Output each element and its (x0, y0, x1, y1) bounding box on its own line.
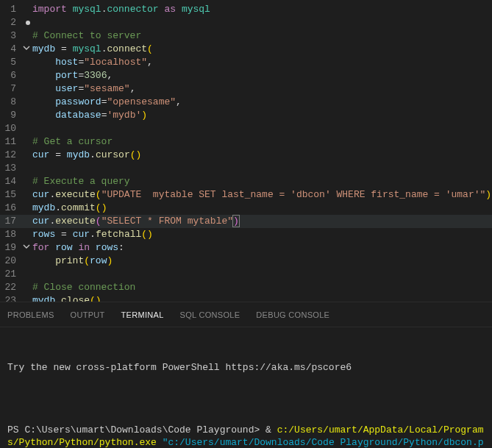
panel-tab-debug-console[interactable]: DEBUG CONSOLE (256, 310, 329, 319)
code-content[interactable]: mydb.close() (32, 294, 492, 302)
line-number: 17 (0, 215, 21, 228)
fold-gutter (21, 281, 32, 294)
terminal-prompt: PS C:\Users\umart\Downloads\Code Playgro… (7, 424, 277, 435)
line-number: 7 (0, 82, 21, 96)
code-content[interactable] (32, 268, 492, 281)
panel-tab-problems[interactable]: PROBLEMS (7, 310, 54, 319)
code-content[interactable]: import mysql.connector as mysql (32, 3, 492, 16)
fold-gutter (21, 56, 32, 69)
fold-gutter[interactable] (21, 241, 32, 255)
code-content[interactable]: cur.execute("UPDATE mytable SET last_nam… (32, 188, 492, 202)
line-number: 13 (0, 162, 21, 175)
fold-gutter (21, 268, 32, 281)
fold-gutter (21, 82, 32, 96)
code-line[interactable]: 10 (0, 122, 492, 135)
code-line[interactable]: 19for row in rows: (0, 241, 492, 255)
line-number: 8 (0, 96, 21, 109)
fold-gutter (21, 69, 32, 82)
fold-gutter (21, 149, 32, 162)
code-content[interactable]: host="localhost", (32, 56, 492, 69)
code-line[interactable]: 8 password="opensesame", (0, 96, 492, 109)
code-line[interactable]: 22# Close connection (0, 281, 492, 294)
code-content[interactable] (32, 162, 492, 175)
code-content[interactable]: mydb = mysql.connect( (32, 43, 492, 56)
code-content[interactable]: user="sesame", (32, 82, 492, 96)
code-line[interactable]: 11# Get a cursor (0, 135, 492, 149)
fold-gutter (21, 215, 32, 228)
code-line[interactable]: 5 host="localhost", (0, 56, 492, 69)
code-line[interactable]: 23mydb.close() (0, 294, 492, 302)
code-line[interactable]: 1import mysql.connector as mysql (0, 3, 492, 16)
panel-tab-sql-console[interactable]: SQL CONSOLE (180, 310, 240, 319)
fold-gutter (21, 294, 32, 302)
fold-gutter (21, 29, 32, 43)
code-line[interactable]: 9 database='mydb') (0, 109, 492, 122)
code-content[interactable] (32, 122, 492, 135)
fold-gutter (21, 109, 32, 122)
code-line[interactable]: 17cur.execute("SELECT * FROM mytable") (0, 215, 492, 228)
fold-gutter (21, 162, 32, 175)
fold-gutter (21, 96, 32, 109)
line-number: 14 (0, 175, 21, 188)
line-number: 12 (0, 149, 21, 162)
code-content[interactable]: mydb.commit() (32, 202, 492, 215)
code-content[interactable]: cur = mydb.cursor() (32, 149, 492, 162)
code-content[interactable] (32, 16, 492, 29)
line-number: 3 (0, 29, 21, 43)
fold-gutter[interactable] (21, 43, 32, 56)
terminal-panel[interactable]: Try the new cross-platform PowerShell ht… (0, 327, 492, 448)
line-number: 6 (0, 69, 21, 82)
fold-gutter (21, 135, 32, 149)
fold-gutter (21, 122, 32, 135)
line-number: 21 (0, 268, 21, 281)
code-line[interactable]: 4mydb = mysql.connect( (0, 43, 492, 56)
code-line[interactable]: 12cur = mydb.cursor() (0, 149, 492, 162)
code-line[interactable]: 3# Connect to server (0, 29, 492, 43)
line-number: 4 (0, 43, 21, 56)
panel-tab-output[interactable]: OUTPUT (71, 310, 105, 319)
code-content[interactable]: for row in rows: (32, 241, 492, 255)
code-line[interactable]: 18rows = cur.fetchall() (0, 228, 492, 241)
code-line[interactable]: 2 (0, 16, 492, 29)
code-content[interactable]: rows = cur.fetchall() (32, 228, 492, 241)
panel-tab-bar: PROBLEMSOUTPUTTERMINALSQL CONSOLEDEBUG C… (0, 302, 492, 327)
line-number: 2 (0, 16, 21, 29)
code-line[interactable]: 13 (0, 162, 492, 175)
panel-tab-terminal[interactable]: TERMINAL (121, 310, 164, 319)
line-number: 16 (0, 202, 21, 215)
code-content[interactable]: database='mydb') (32, 109, 492, 122)
line-number: 22 (0, 281, 21, 294)
code-content[interactable]: # Connect to server (32, 29, 492, 43)
fold-gutter (21, 175, 32, 188)
line-number: 11 (0, 135, 21, 149)
code-line[interactable]: 20 print(row) (0, 255, 492, 268)
code-content[interactable]: print(row) (32, 255, 492, 268)
code-line[interactable]: 7 user="sesame", (0, 82, 492, 96)
line-number: 10 (0, 122, 21, 135)
line-number: 15 (0, 188, 21, 202)
line-number: 18 (0, 228, 21, 241)
code-line[interactable]: 14# Execute a query (0, 175, 492, 188)
code-line[interactable]: 15cur.execute("UPDATE mytable SET last_n… (0, 188, 492, 202)
code-content[interactable]: cur.execute("SELECT * FROM mytable") (32, 215, 492, 228)
fold-gutter (21, 188, 32, 202)
breakpoint-hint-icon (26, 21, 30, 25)
chevron-down-icon (23, 44, 30, 51)
line-number: 23 (0, 294, 21, 302)
code-content[interactable]: port=3306, (32, 69, 492, 82)
fold-gutter (21, 16, 32, 29)
line-number: 9 (0, 109, 21, 122)
code-content[interactable]: password="opensesame", (32, 96, 492, 109)
code-content[interactable]: # Execute a query (32, 175, 492, 188)
line-number: 19 (0, 241, 21, 255)
code-editor[interactable]: 1import mysql.connector as mysql23# Conn… (0, 0, 492, 302)
code-line[interactable]: 16mydb.commit() (0, 202, 492, 215)
fold-gutter (21, 202, 32, 215)
line-number: 1 (0, 3, 21, 16)
code-line[interactable]: 21 (0, 268, 492, 281)
code-content[interactable]: # Get a cursor (32, 135, 492, 149)
code-content[interactable]: # Close connection (32, 281, 492, 294)
code-line[interactable]: 6 port=3306, (0, 69, 492, 82)
line-number: 20 (0, 255, 21, 268)
line-number: 5 (0, 56, 21, 69)
